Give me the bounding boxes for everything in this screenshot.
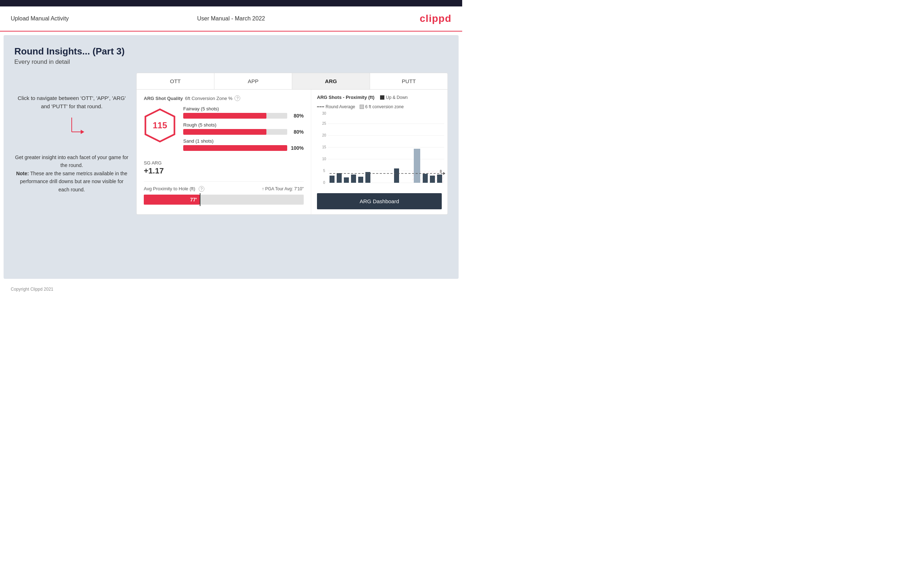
svg-text:0: 0 xyxy=(323,181,325,185)
svg-text:5: 5 xyxy=(323,169,325,173)
svg-text:25: 25 xyxy=(322,121,326,126)
svg-text:8: 8 xyxy=(439,169,442,174)
shot-label-rough: Rough (5 shots) xyxy=(183,122,304,127)
card-left-section: ARG Shot Quality 6ft Conversion Zone % ?… xyxy=(137,90,311,214)
shot-row: Fairway (5 shots) 80% xyxy=(183,106,304,119)
sg-value: +1.17 xyxy=(144,166,304,176)
proximity-section: Avg Proximity to Hole (ft) ? ↑ PGA Tour … xyxy=(144,181,304,205)
insight-text: Get greater insight into each facet of y… xyxy=(15,153,129,193)
content-row: Click to navigate between 'OTT', 'APP', … xyxy=(15,73,448,215)
chart-title: ARG Shots - Proximity (ft) xyxy=(317,95,374,100)
tab-app[interactable]: APP xyxy=(215,73,292,89)
hex-score: 115 xyxy=(153,121,167,131)
legend-6ft: 6 ft conversion zone xyxy=(360,104,404,109)
nav-annotation: Click to navigate between 'OTT', 'APP', … xyxy=(15,94,129,110)
svg-text:15: 15 xyxy=(322,145,326,149)
help-icon[interactable]: ? xyxy=(234,95,240,101)
shot-label-fairway: Fairway (5 shots) xyxy=(183,106,304,111)
bar-pct-sand: 100% xyxy=(290,145,304,151)
svg-rect-28 xyxy=(430,176,435,183)
proximity-bar-fill: 77' xyxy=(144,195,200,205)
section-subtitle: Every round in detail xyxy=(15,58,448,66)
card-body: ARG Shot Quality 6ft Conversion Zone % ?… xyxy=(137,90,447,214)
chart-area: 0 5 10 15 20 25 30 xyxy=(317,113,442,190)
sg-label: SG ARG xyxy=(144,160,304,166)
copyright: Copyright Clippd 2021 xyxy=(11,287,53,292)
bar-fill-fairway xyxy=(183,113,267,119)
header: Upload Manual Activity User Manual - Mar… xyxy=(0,6,462,32)
proximity-header: Avg Proximity to Hole (ft) ? ↑ PGA Tour … xyxy=(144,186,304,192)
shot-row: Sand (1 shots) 100% xyxy=(183,139,304,151)
legend-round-avg: Round Average xyxy=(317,104,355,109)
arrow-annotation xyxy=(15,118,129,139)
section-header: ARG Shot Quality 6ft Conversion Zone % ? xyxy=(144,95,304,101)
tab-putt[interactable]: PUTT xyxy=(370,73,447,89)
svg-marker-2 xyxy=(81,130,84,134)
shot-bar-row: 100% xyxy=(183,145,304,151)
section-title: Round Insights... (Part 3) xyxy=(15,46,448,57)
svg-rect-19 xyxy=(330,176,334,183)
svg-rect-21 xyxy=(344,177,349,183)
tabs: OTT APP ARG PUTT xyxy=(137,73,447,90)
shot-quality-label: ARG Shot Quality xyxy=(144,96,183,101)
pga-avg: ↑ PGA Tour Avg: 7'10" xyxy=(262,186,304,191)
tab-ott[interactable]: OTT xyxy=(137,73,215,89)
proximity-label: Avg Proximity to Hole (ft) ? xyxy=(144,186,204,192)
hex-row: 115 Fairway (5 shots) 80% xyxy=(144,106,304,155)
proximity-help-icon[interactable]: ? xyxy=(199,186,204,192)
bar-bg xyxy=(183,129,287,135)
tab-arg[interactable]: ARG xyxy=(292,73,370,89)
svg-rect-26 xyxy=(414,149,420,183)
chart-header: ARG Shots - Proximity (ft) Up & Down Rou… xyxy=(317,95,442,109)
shot-bar-row: 80% xyxy=(183,129,304,135)
svg-rect-27 xyxy=(423,174,428,183)
main-content: Round Insights... (Part 3) Every round i… xyxy=(3,35,459,279)
shot-row: Rough (5 shots) 80% xyxy=(183,122,304,135)
svg-rect-23 xyxy=(358,177,363,183)
conversion-label: 6ft Conversion Zone % xyxy=(185,96,233,101)
svg-rect-20 xyxy=(337,173,342,183)
svg-text:30: 30 xyxy=(322,111,326,115)
svg-text:20: 20 xyxy=(322,133,326,137)
logo: clippd xyxy=(420,13,451,24)
svg-rect-29 xyxy=(437,174,442,183)
legend-dashed xyxy=(317,106,324,107)
hex-container: 115 xyxy=(144,108,176,143)
upload-label: Upload Manual Activity xyxy=(11,15,69,22)
bar-fill-rough xyxy=(183,129,267,135)
proximity-cursor xyxy=(200,193,200,206)
manual-label: User Manual - March 2022 xyxy=(197,15,265,22)
proximity-bar-bg: 77' xyxy=(144,195,304,205)
card-right-section: ARG Shots - Proximity (ft) Up & Down Rou… xyxy=(311,90,447,214)
sg-section: SG ARG +1.17 xyxy=(144,160,304,176)
left-panel: Click to navigate between 'OTT', 'APP', … xyxy=(15,73,129,215)
bar-bg xyxy=(183,113,287,119)
footer: Copyright Clippd 2021 xyxy=(0,282,462,296)
bar-pct-fairway: 80% xyxy=(290,113,304,119)
svg-rect-25 xyxy=(394,168,399,183)
shot-bar-row: 80% xyxy=(183,113,304,119)
legend-square-dark xyxy=(380,95,384,100)
legend-square-light xyxy=(360,105,364,109)
arg-dashboard-button[interactable]: ARG Dashboard xyxy=(317,193,442,209)
bar-bg xyxy=(183,145,287,151)
svg-text:10: 10 xyxy=(322,157,326,161)
bar-pct-rough: 80% xyxy=(290,129,304,135)
svg-rect-22 xyxy=(351,174,356,183)
bar-fill-sand xyxy=(183,145,287,151)
shot-label-sand: Sand (1 shots) xyxy=(183,139,304,144)
top-bar xyxy=(0,0,462,6)
legend-up-down: Up & Down xyxy=(380,95,408,100)
shots-list: Fairway (5 shots) 80% Rough (5 shots) xyxy=(183,106,304,155)
card: OTT APP ARG PUTT ARG Shot Quality 6ft Co… xyxy=(136,73,448,215)
